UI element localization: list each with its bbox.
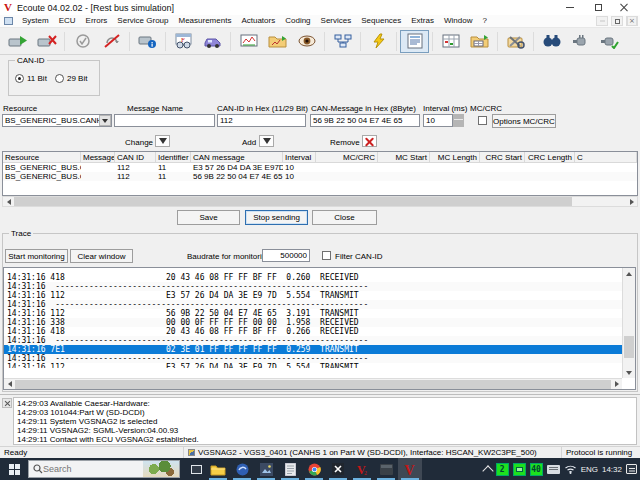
tray-clock[interactable]: 14:32 — [602, 465, 622, 474]
start-button[interactable] — [0, 458, 28, 480]
col-message[interactable]: Message ... — [81, 152, 115, 162]
mdi-restore-button[interactable] — [611, 16, 623, 26]
trace-vscrollbar[interactable] — [622, 268, 635, 378]
reset-icon[interactable] — [97, 30, 126, 53]
menu-extras[interactable]: Extras — [406, 15, 439, 27]
tray-keyboard-icon[interactable] — [547, 465, 560, 474]
scroll-left-arrow[interactable] — [4, 380, 15, 389]
scroll-right-arrow[interactable] — [626, 197, 637, 206]
tray-status-icon-3[interactable]: 40 — [530, 463, 543, 476]
col-canid[interactable]: CAN ID — [115, 152, 156, 162]
trace-row[interactable]: 14:31:16 112 56 9B 22 50 04 E7 4E 65 3.1… — [4, 309, 622, 318]
task-view-button[interactable] — [186, 458, 206, 480]
taskbar-terminal[interactable] — [374, 458, 398, 480]
close-button[interactable] — [612, 0, 636, 15]
radio-29bit[interactable] — [55, 74, 64, 83]
notification-center-icon[interactable] — [626, 464, 637, 474]
fault-memory-icon[interactable]: F — [169, 30, 198, 53]
trace-separator-row[interactable]: 14:31:16 -------------------------------… — [4, 354, 622, 363]
col-mccrc[interactable]: MC/CRC — [316, 152, 378, 162]
trace-row[interactable]: 14:31:16 418 20 43 46 08 FF FF BF FF 0.2… — [4, 327, 622, 336]
scroll-up-arrow[interactable] — [623, 268, 635, 279]
menu-measurements[interactable]: Measurements — [173, 15, 236, 27]
mdi-minimize-button[interactable] — [596, 16, 608, 26]
trace-separator-row[interactable]: 14:31:16 -------------------------------… — [4, 282, 622, 291]
col-crclength[interactable]: CRC Length — [525, 152, 575, 162]
plug-disconnect-icon[interactable] — [566, 30, 595, 53]
send-telegram-icon[interactable] — [3, 30, 32, 53]
change-dropdown-button[interactable] — [155, 135, 170, 147]
taskbar-photos[interactable] — [254, 458, 278, 480]
interval-input[interactable] — [423, 114, 453, 127]
add-dropdown-button[interactable] — [259, 135, 274, 147]
open-measurement-icon[interactable] — [263, 30, 292, 53]
mdi-document-icon[interactable] — [4, 17, 13, 25]
menu-window[interactable]: Window — [439, 15, 477, 27]
taskbar-vediamo[interactable]: V2 — [350, 458, 374, 480]
start-monitoring-button[interactable]: Start monitoring — [5, 249, 68, 263]
close-dialog-button[interactable]: Close — [312, 210, 377, 225]
mdi-close-button[interactable]: × — [626, 16, 638, 26]
scroll-thumb[interactable] — [14, 197, 572, 206]
menu-help[interactable]: ? — [477, 15, 491, 27]
ok-check-icon[interactable] — [68, 30, 97, 53]
options-mccrc-button[interactable]: Options MC/CRC — [492, 114, 556, 128]
menu-service-group[interactable]: Service Group — [112, 15, 173, 27]
table-row[interactable]: BS_GENERIC_BUS.CANH... 112 11 56 9B 22 5… — [3, 172, 637, 181]
trace-separator-row[interactable]: 14:31:16 -------------------------------… — [4, 336, 622, 345]
menu-system[interactable]: System — [17, 15, 54, 27]
canid-input[interactable] — [217, 114, 306, 127]
monitor-eye-icon[interactable] — [292, 30, 321, 53]
flash-icon[interactable] — [364, 30, 393, 53]
menu-sequences[interactable]: Sequences — [356, 15, 406, 27]
flowchart-icon[interactable] — [328, 30, 357, 53]
interval-spinner[interactable] — [453, 114, 464, 127]
scroll-right-arrow[interactable] — [611, 380, 622, 389]
trace-row-partial[interactable]: 14:31:16 112 E3 57 26 D4 DA 3E E9 7D 5.5… — [4, 363, 622, 368]
col-crcstart[interactable]: CRC Start — [480, 152, 525, 162]
col-resource[interactable]: Resource — [3, 152, 81, 162]
resource-combobox[interactable]: BS_GENERIC_BUS.CANHS.1.Part — [2, 114, 112, 127]
taskbar-search[interactable] — [28, 460, 180, 478]
scroll-left-arrow[interactable] — [3, 197, 14, 206]
search-highlight-image[interactable] — [143, 461, 179, 478]
log-output[interactable]: 14:29:03 Available Caesar-Hardware: 14:2… — [13, 397, 637, 445]
trace-row[interactable]: 14:31:16 112 E3 57 26 D4 DA 3E E9 7D 5.5… — [4, 291, 622, 300]
trace-list[interactable]: 14:31:16 418 20 43 46 08 FF FF BF FF 0.2… — [3, 267, 636, 390]
table-hscrollbar[interactable] — [2, 196, 638, 207]
taskbar-app-blue[interactable] — [230, 458, 254, 480]
clear-window-button[interactable]: Clear window — [70, 249, 133, 263]
restore-button[interactable] — [586, 0, 610, 15]
message-name-input[interactable] — [114, 114, 215, 127]
baudrate-input[interactable] — [262, 249, 310, 262]
taskbar-file-explorer[interactable] — [206, 458, 230, 480]
trace-row-selected[interactable]: 14:31:16 7E1 02 3E 01 FF FF FF FF FF 0.2… — [4, 345, 622, 354]
taskbar-document-app[interactable] — [278, 458, 302, 480]
mccrc-checkbox[interactable] — [478, 116, 487, 125]
scroll-down-arrow[interactable] — [623, 367, 635, 378]
taskbar-chrome[interactable] — [302, 458, 326, 480]
telegram-table[interactable]: Resource Message ... CAN ID Identifier l… — [2, 151, 638, 196]
value-table-icon[interactable] — [436, 30, 465, 53]
menu-services[interactable]: Services — [316, 15, 357, 27]
menu-ecu[interactable]: ECU — [54, 15, 81, 27]
col-identifier-length[interactable]: Identifier le... — [156, 152, 191, 162]
scroll-thumb[interactable] — [15, 380, 611, 389]
trace-hscrollbar[interactable] — [4, 378, 622, 389]
plug-connect-icon[interactable] — [595, 30, 624, 53]
binoculars-search-icon[interactable] — [537, 30, 566, 53]
open-table-icon[interactable] — [465, 30, 494, 53]
stop-send-icon[interactable] — [32, 30, 61, 53]
tray-language[interactable]: ENG — [581, 465, 598, 474]
col-canmessage[interactable]: CAN message — [191, 152, 283, 162]
tray-status-icon-2[interactable] — [513, 463, 526, 476]
taskbar-x-app[interactable] — [326, 458, 350, 480]
scroll-thumb[interactable] — [624, 336, 634, 358]
filter-canid-checkbox[interactable] — [322, 251, 331, 260]
restbus-form-icon[interactable] — [400, 30, 429, 53]
stop-sending-button[interactable]: Stop sending — [245, 210, 308, 225]
col-mclength[interactable]: MC Length — [430, 152, 480, 162]
vehicle-icon[interactable] — [198, 30, 227, 53]
taskbar-ecoute[interactable]: V — [398, 458, 422, 480]
hardware-info-icon[interactable] — [133, 30, 162, 53]
